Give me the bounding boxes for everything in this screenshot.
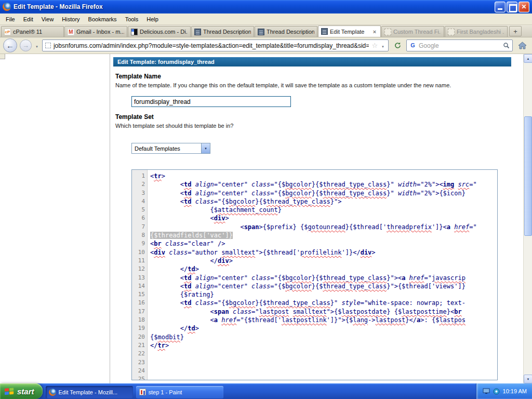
scrollbar-thumb[interactable] [524,116,532,236]
line-number: 20 [132,333,145,341]
code-line-14: <td align="center" class="{$bgcolor}{$th… [150,282,497,290]
select-dropdown-icon[interactable] [201,143,210,153]
firefox-window: Edit Template - Mozilla Firefox FileEdit… [0,0,532,54]
tab-close-icon[interactable]: × [371,29,378,35]
window-controls [495,2,529,12]
minimize-button[interactable] [495,2,506,12]
line-number: 8 [132,231,145,240]
scroll-up-button[interactable] [524,54,532,63]
line-number: 22 [132,350,145,358]
line-number: 3 [132,189,145,197]
reload-button[interactable] [391,39,404,52]
line-number: 2 [132,180,145,189]
tab-label: Custom Thread Fi... [393,29,441,35]
page-dim-icon [384,29,391,35]
line-numbers: 1234567891011121314151617181920212223242… [132,170,148,380]
page-dim-icon [448,29,455,35]
status-icon[interactable] [493,388,500,395]
menu-view[interactable]: View [37,15,58,24]
tab-custom-thread-fi[interactable]: Custom Thread Fi... [381,26,444,37]
gmail-icon [68,29,74,35]
tab-thread-descriptions[interactable]: Thread Descriptions [255,26,317,37]
line-number: 24 [132,367,145,375]
line-number: 21 [132,341,145,350]
code-line-23 [150,358,497,367]
code-line-4: <td class="{$bgcolor}{$thread_type_class… [150,197,497,206]
close-button[interactable] [518,2,529,12]
paint-icon [139,389,146,395]
code-line-15: {$rating} [150,290,497,299]
history-dropdown-icon[interactable] [34,43,39,49]
scroll-down-button[interactable] [524,375,532,383]
line-number: 12 [132,265,145,273]
vertical-scrollbar[interactable] [523,54,532,383]
navigation-toolbar: jobsnforums.com/admin/index.php?module=s… [0,37,532,54]
page-icon [258,29,264,35]
reload-icon [394,42,402,49]
template-name-description: Name of the template. If you change this… [115,82,485,89]
page-icon [194,29,201,35]
tab-delicious-com-di[interactable]: Delicious.com - Di... [128,26,191,37]
tab-thread-descriptions[interactable]: Thread Descriptions [191,26,254,37]
new-tab-button[interactable]: + [509,26,522,36]
url-text: jobsnforums.com/admin/index.php?module=s… [54,42,369,49]
forward-button[interactable] [20,39,32,51]
tab-label: Delicious.com - Di... [140,29,188,35]
bookmark-star-icon[interactable] [371,42,378,49]
task-buttons: Edit Template - Mozill...step 1 - Paint [43,384,223,398]
code-line-22 [150,350,497,358]
menu-help[interactable]: Help [142,15,163,24]
line-number: 13 [132,274,145,282]
firefox-icon [3,3,11,11]
line-number: 1 [132,172,145,180]
cpanel-icon [4,29,11,35]
line-number: 15 [132,290,145,299]
menu-file[interactable]: File [2,15,19,24]
template-code-editor[interactable]: 1234567891011121314151617181920212223242… [131,169,498,380]
code-line-7: <span>{$prefix} {$gotounread}{$thread['t… [150,223,497,231]
search-magnifier-icon[interactable] [503,42,510,49]
tab-label: cPanel® 11 [13,29,61,35]
code-line-9: <br class="clear" /> [150,240,497,248]
frame-corner [0,54,5,59]
menu-edit[interactable]: Edit [19,15,37,24]
home-button[interactable] [515,39,529,52]
tab-bar: cPanel® 11Gmail - Inbox - m...Delicious.… [0,25,532,37]
maximize-button[interactable] [507,2,517,12]
line-number: 4 [132,197,145,206]
favicon-placeholder-icon [45,43,51,48]
code-line-25 [150,375,497,380]
task-edit-template-mozill[interactable]: Edit Template - Mozill... [46,386,133,398]
menu-tools[interactable]: Tools [121,15,143,24]
tab-cpanel-11[interactable]: cPanel® 11 [1,26,64,37]
tab-label: Thread Descriptions [267,29,314,35]
title-bar: Edit Template - Mozilla Firefox [0,0,532,14]
google-icon [409,42,416,49]
url-bar[interactable]: jobsnforums.com/admin/index.php?module=s… [42,39,389,51]
menu-history[interactable]: History [58,15,84,24]
line-number: 9 [132,240,145,248]
code-lines[interactable]: <tr> <td align="center" class="{$bgcolor… [148,170,497,380]
tab-label: Gmail - Inbox - m... [76,29,124,35]
start-button[interactable]: start [0,383,43,399]
tab-strip: cPanel® 11Gmail - Inbox - m...Delicious.… [1,25,508,37]
task-step-1-paint[interactable]: step 1 - Paint [136,386,223,398]
template-set-select[interactable]: Default Templates [131,143,210,154]
code-line-16: <td class="{$bgcolor}{$thread_type_class… [150,299,497,307]
back-button[interactable] [3,38,17,52]
code-line-18: <a href="{$thread['lastpostlink']}">{$la… [150,316,497,324]
line-number: 23 [132,358,145,367]
tab-gmail-inbox-m[interactable]: Gmail - Inbox - m... [64,26,127,37]
line-number: 5 [132,206,145,214]
network-icon[interactable] [483,388,490,395]
urlbar-dropdown-icon[interactable] [380,43,385,49]
code-line-11: </div> [150,257,497,265]
menu-bookmarks[interactable]: Bookmarks [84,15,121,24]
page-content: Edit Template: forumdisplay_thread Templ… [0,54,532,383]
tab-edit-template[interactable]: Edit Template× [318,25,381,37]
tab-first-bangladeshi[interactable]: First Bangladeshi ... [445,26,508,37]
code-line-24 [150,367,497,375]
search-box[interactable]: Google [406,39,513,51]
template-name-input[interactable] [131,96,291,107]
code-line-19: </td> [150,324,497,332]
